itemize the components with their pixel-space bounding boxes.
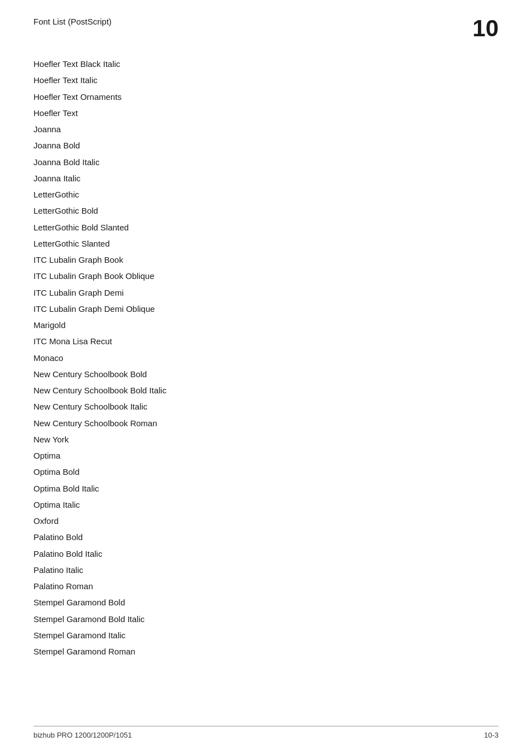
list-item: Hoefler Text bbox=[33, 105, 499, 121]
list-item: Oxford bbox=[33, 513, 499, 529]
list-item: LetterGothic Bold bbox=[33, 203, 499, 219]
list-item: Joanna bbox=[33, 121, 499, 137]
page-container: Font List (PostScript) 10 Hoefler Text B… bbox=[0, 0, 532, 756]
list-item: ITC Lubalin Graph Demi bbox=[33, 285, 499, 301]
font-list: Hoefler Text Black ItalicHoefler Text It… bbox=[33, 56, 499, 659]
list-item: ITC Lubalin Graph Book Oblique bbox=[33, 268, 499, 284]
list-item: Palatino Bold Italic bbox=[33, 546, 499, 562]
list-item: Joanna Italic bbox=[33, 170, 499, 186]
list-item: ITC Lubalin Graph Book bbox=[33, 252, 499, 268]
page-footer: bizhub PRO 1200/1200P/1051 10-3 bbox=[33, 726, 499, 739]
list-item: Stempel Garamond Italic bbox=[33, 627, 499, 643]
page-number: 10 bbox=[472, 17, 499, 40]
list-item: Stempel Garamond Bold bbox=[33, 594, 499, 610]
list-item: Joanna Bold Italic bbox=[33, 154, 499, 170]
list-item: New Century Schoolbook Bold bbox=[33, 366, 499, 382]
list-item: Stempel Garamond Roman bbox=[33, 643, 499, 659]
list-item: Palatino Bold bbox=[33, 529, 499, 545]
list-item: Joanna Bold bbox=[33, 137, 499, 153]
list-item: New York bbox=[33, 431, 499, 447]
page-header: Font List (PostScript) 10 bbox=[33, 17, 499, 40]
list-item: LetterGothic bbox=[33, 186, 499, 203]
list-item: New Century Schoolbook Bold Italic bbox=[33, 382, 499, 398]
list-item: LetterGothic Slanted bbox=[33, 235, 499, 252]
list-item: Optima Bold bbox=[33, 464, 499, 480]
list-item: Marigold bbox=[33, 317, 499, 333]
list-item: Hoefler Text Ornaments bbox=[33, 89, 499, 105]
list-item: Optima Italic bbox=[33, 497, 499, 513]
list-item: Optima Bold Italic bbox=[33, 480, 499, 497]
footer-page-ref: 10-3 bbox=[484, 731, 499, 739]
list-item: Stempel Garamond Bold Italic bbox=[33, 611, 499, 627]
list-item: New Century Schoolbook Roman bbox=[33, 415, 499, 431]
list-item: LetterGothic Bold Slanted bbox=[33, 219, 499, 235]
list-item: ITC Mona Lisa Recut bbox=[33, 333, 499, 349]
footer-product-name: bizhub PRO 1200/1200P/1051 bbox=[33, 731, 132, 739]
list-item: Optima bbox=[33, 447, 499, 464]
list-item: Palatino Roman bbox=[33, 578, 499, 594]
list-item: New Century Schoolbook Italic bbox=[33, 398, 499, 415]
list-item: Monaco bbox=[33, 350, 499, 366]
list-item: Hoefler Text Italic bbox=[33, 72, 499, 88]
list-item: Palatino Italic bbox=[33, 562, 499, 578]
list-item: ITC Lubalin Graph Demi Oblique bbox=[33, 301, 499, 317]
page-title: Font List (PostScript) bbox=[33, 17, 112, 26]
list-item: Hoefler Text Black Italic bbox=[33, 56, 499, 72]
